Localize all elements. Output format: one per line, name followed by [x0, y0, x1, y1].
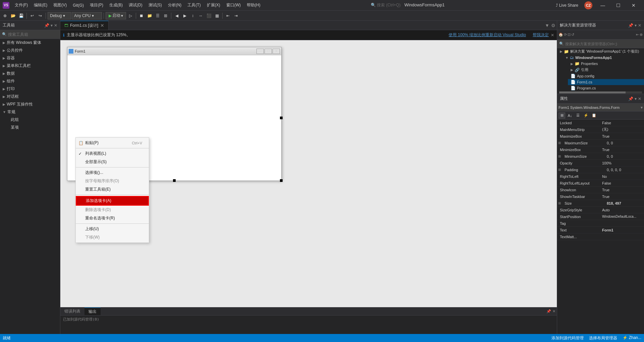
prop-val-opacity[interactable]: 100% [601, 160, 644, 166]
prop-val-maximumsize[interactable]: 0, 0 [605, 140, 644, 146]
toolbar-run2[interactable]: ▷ [127, 12, 134, 19]
status-add-vcs[interactable]: 添加到源代码管理 [551, 335, 584, 341]
se-filter-icon[interactable]: ⊡ [568, 32, 571, 37]
menu-view[interactable]: 视图(V) [51, 1, 69, 9]
tb2[interactable]: 📁 [146, 12, 153, 19]
toolbox-cat-common[interactable]: ▶ 公共控件 [0, 47, 60, 54]
status-layout-manager[interactable]: 选择布局管理器 [589, 335, 617, 341]
tab-bar-icon1[interactable]: ▾ [546, 22, 548, 28]
tb5[interactable]: ◀ [173, 12, 180, 19]
toolbox-cat-comp[interactable]: ▶ 组件 [0, 77, 60, 85]
output-pin-icon[interactable]: 📌 [546, 309, 551, 314]
tb12[interactable]: ⇥ [232, 12, 240, 19]
prop-val-rtllayout[interactable]: False [601, 181, 644, 186]
se-scrollbar[interactable] [559, 91, 642, 93]
se-home-icon[interactable]: 🏠 [559, 32, 563, 37]
ctx-listview[interactable]: ✓ 列表视图(L) [76, 149, 149, 158]
resize-handle-bottom[interactable] [173, 179, 176, 182]
prop-val-padding[interactable]: 0, 0, 0, 0 [605, 167, 644, 173]
notification-help-link[interactable]: 帮我决定 [533, 32, 549, 38]
tb8[interactable]: ↔ [197, 12, 204, 19]
tree-appconfig[interactable]: 📄 App.config [568, 73, 644, 79]
tree-programcs[interactable]: 📄 Program.cs [568, 85, 644, 91]
tab-error-list[interactable]: 错误列表 [60, 307, 84, 315]
se-search-input[interactable] [565, 42, 642, 46]
se-menu-icon[interactable]: ▾ [635, 23, 637, 28]
menu-git[interactable]: Git(G) [70, 2, 86, 9]
prop-val-text[interactable]: Form1 [601, 227, 644, 233]
form-max-btn[interactable]: ☐ [265, 49, 272, 54]
tab-form1-design[interactable]: 🗔 Form1.cs [设计] ✕ [60, 21, 109, 30]
ctx-renametab[interactable]: 重命名选项卡(R) [76, 214, 149, 222]
toolbox-cat-container[interactable]: ▶ 容器 [0, 54, 60, 62]
props-menu-icon[interactable]: ▾ [635, 96, 637, 101]
menu-project[interactable]: 项目(P) [87, 1, 106, 9]
toolbox-cat-data[interactable]: ▶ 数据 [0, 70, 60, 77]
resize-handle-right[interactable] [280, 117, 283, 119]
props-categorized-btn[interactable]: ⊞ [559, 113, 565, 119]
menu-edit[interactable]: 编辑(E) [31, 1, 50, 9]
props-dropdown-icon[interactable]: ▾ [641, 105, 643, 110]
toolbox-search-input[interactable] [8, 32, 58, 37]
prop-val-showicon[interactable]: True [601, 187, 644, 193]
props-events-btn[interactable]: ⚡ [583, 113, 589, 119]
properties-gear-icon[interactable]: ⚙ [551, 23, 555, 28]
ctx-paste[interactable]: 📋 粘贴(P) Ctrl+V [76, 139, 149, 147]
prop-val-minimumsize[interactable]: 0, 0 [605, 154, 644, 159]
form-min-btn[interactable]: — [256, 49, 264, 54]
toolbar-new[interactable]: ⊕ [1, 12, 9, 19]
tb11[interactable]: ⇤ [224, 12, 232, 19]
live-share-button[interactable]: ⤴ Live Share [552, 2, 582, 9]
tab-close-btn[interactable]: ✕ [100, 23, 104, 28]
se-refresh-icon[interactable]: ↺ [571, 32, 574, 37]
prop-val-showintaskbar[interactable]: True [601, 194, 644, 199]
menu-window[interactable]: 窗口(W) [224, 1, 243, 9]
prop-val-mainmenustrip[interactable]: (无) [601, 126, 644, 133]
se-close-icon[interactable]: ✕ [638, 23, 641, 28]
minimize-button[interactable]: — [595, 0, 610, 11]
menu-debug[interactable]: 调试(D) [126, 1, 145, 9]
output-close-icon[interactable]: ✕ [552, 309, 555, 314]
menu-build[interactable]: 生成(B) [107, 1, 125, 9]
toolbar-save[interactable]: 💾 [17, 12, 25, 19]
toolbox-cat-general[interactable]: ▼ 常规 [0, 108, 60, 116]
prop-expand-icon4[interactable]: ⊞ [557, 201, 562, 205]
notification-close-btn[interactable]: ✕ [551, 33, 554, 38]
prop-val-sizegripstyle[interactable]: Auto [601, 207, 644, 213]
toolbox-menu-icon[interactable]: ▾ [51, 23, 53, 28]
props-close-icon[interactable]: ✕ [638, 96, 641, 101]
notification-restart-link[interactable]: 使用 100% 缩放比例重新启动 Visual Studio [449, 32, 526, 38]
prop-val-textmatt[interactable] [601, 236, 644, 237]
ctx-reset[interactable]: 重置工具箱(E) [76, 185, 149, 194]
ctx-addtab[interactable]: 添加选项卡(A) [76, 196, 149, 206]
tab-output[interactable]: 输出 [84, 307, 101, 315]
prop-val-locked[interactable]: False [601, 120, 644, 126]
prop-expand-icon[interactable]: ⊞ [557, 141, 562, 145]
ctx-moveup[interactable]: 上移(U) [76, 225, 149, 233]
menu-analyze[interactable]: 分析(N) [165, 1, 184, 9]
toolbox-pin-icon[interactable]: 📌 [44, 23, 49, 28]
debug-dropdown[interactable]: Debug ▾ [48, 12, 71, 19]
menu-test[interactable]: 测试(S) [146, 1, 165, 9]
design-surface[interactable]: Form1 — ☐ ✕ 📋 粘贴(P) [60, 40, 557, 307]
prop-expand-icon2[interactable]: ⊞ [557, 154, 562, 158]
tb7[interactable]: ↕ [189, 12, 196, 19]
ctx-showall[interactable]: 全部显示(S) [76, 158, 149, 166]
toolbox-cat-dialog[interactable]: ▶ 对话框 [0, 93, 60, 100]
se-sync-icon[interactable]: ⟳ [564, 32, 567, 37]
prop-val-size[interactable]: 818, 497 [605, 201, 644, 206]
tree-properties[interactable]: ▶ 📁 Properties [568, 61, 644, 67]
tb4[interactable]: ⊞ [162, 12, 169, 19]
props-properties-btn[interactable]: ☰ [575, 113, 581, 119]
toolbox-cat-all[interactable]: ▶ 所有 Windows 窗体 [0, 39, 60, 47]
form-close-btn[interactable]: ✕ [273, 49, 280, 54]
menu-extend[interactable]: 扩展(X) [204, 1, 223, 9]
tb3[interactable]: ☰ [154, 12, 161, 19]
menu-tools[interactable]: 工具(T) [185, 1, 203, 9]
close-button[interactable]: ✕ [626, 0, 641, 11]
prop-val-maximizebox[interactable]: True [601, 134, 644, 139]
se-newfile-icon[interactable]: ⊕ [640, 32, 643, 37]
toolbox-subcat-item[interactable]: 某项 [0, 124, 60, 131]
tree-project[interactable]: ▼ 🗂 WindowsFormsApp1 [563, 55, 644, 61]
tree-form1cs[interactable]: 📄 Form1.cs [568, 79, 644, 85]
